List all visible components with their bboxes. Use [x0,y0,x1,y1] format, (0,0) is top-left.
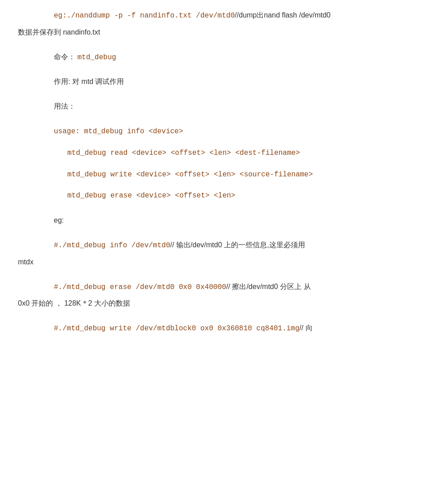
syntax-label-line: 用法： [18,100,406,113]
eg2-line: #./mtd_debug erase /dev/mtd0 0x0 0x40000… [18,280,406,294]
eg1-line: #./mtd_debug info /dev/mtd0 // 输出/dev/mt… [18,239,406,252]
eg2-code: #./mtd_debug erase /dev/mtd0 0x0 0x40000 [54,281,226,294]
eg-label: eg: [54,216,64,224]
syntax-line1: usage: mtd_debug info <device> [18,125,406,138]
nanddump-save-text: 数据并保存到 nandinfo.txt [18,28,100,36]
syntax-line4: mtd_debug erase <device> <offset> <len> [18,189,406,202]
usage-text: 对 mtd 调试作用 [72,78,124,85]
nanddump-line1: eg:./nanddump -p -f nandinfo.txt /dev/mt… [18,9,406,22]
eg1-comment: // 输出/dev/mtd0 上的一些信息,这里必须用 [170,239,305,252]
eg1-suffix-line: mtdx [18,256,406,269]
usage-label: 作用: [54,78,70,85]
syntax-line3: mtd_debug write <device> <offset> <len> … [18,168,406,181]
eg3-code: #./mtd_debug write /dev/mtdblock0 ox0 0x… [54,322,299,335]
eg2-suffix: 0x0 开始的 ， 128K＊2 大小的数据 [18,299,130,307]
eg2-suffix-line: 0x0 开始的 ， 128K＊2 大小的数据 [18,297,406,310]
nanddump-comment: //dump出nand flash /dev/mtd0 [235,9,330,22]
syntax-usage4: mtd_debug erase <device> <offset> <len> [67,192,235,200]
eg1-suffix: mtdx [18,258,34,266]
eg-label-line: eg: [18,214,406,227]
nanddump-line2: 数据并保存到 nandinfo.txt [18,26,406,39]
syntax-usage1: usage: mtd_debug info <device> [54,127,183,136]
eg2-comment: // 擦出/dev/mtd0 分区上 从 [226,280,310,294]
main-content: eg:./nanddump -p -f nandinfo.txt /dev/mt… [18,9,406,335]
eg3-comment: // 向 [299,322,312,335]
command-label: 命令： [54,53,75,61]
syntax-label: 用法： [54,102,75,110]
nanddump-command: eg:./nanddump -p -f nandinfo.txt /dev/mt… [54,9,235,22]
command-line: 命令： mtd_debug [18,51,406,64]
command-name: mtd_debug [77,53,116,61]
eg1-code: #./mtd_debug info /dev/mtd0 [54,239,170,252]
syntax-usage2: mtd_debug read <device> <offset> <len> <… [67,149,300,157]
usage-line: 作用: 对 mtd 调试作用 [18,75,406,88]
eg3-line: #./mtd_debug write /dev/mtdblock0 ox0 0x… [18,322,406,335]
syntax-usage3: mtd_debug write <device> <offset> <len> … [67,171,313,179]
syntax-line2: mtd_debug read <device> <offset> <len> <… [18,146,406,160]
